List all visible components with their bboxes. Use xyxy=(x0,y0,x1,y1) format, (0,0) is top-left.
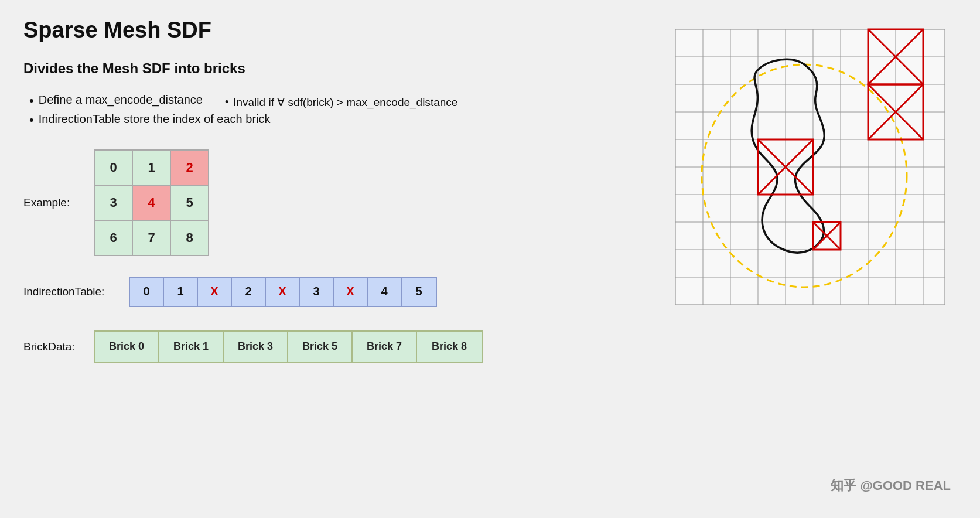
indirection-cell: X xyxy=(334,278,368,306)
left-section: Sparse Mesh SDF Divides the Mesh SDF int… xyxy=(23,18,652,500)
grid-cell: 8 xyxy=(170,220,209,255)
grid-cell: 2 xyxy=(170,150,209,185)
grid-cell: 3 xyxy=(94,185,132,220)
sub-bullet-1: Invalid if ∀ sdf(brick) > max_encode_dis… xyxy=(225,96,457,109)
subtitle: Divides the Mesh SDF into bricks xyxy=(23,60,652,77)
indirection-cell: 0 xyxy=(130,278,164,306)
main-title: Sparse Mesh SDF xyxy=(23,18,652,43)
indirection-cell: 1 xyxy=(164,278,198,306)
sub-list-1: Invalid if ∀ sdf(brick) > max_encode_dis… xyxy=(225,96,457,109)
brickdata-cell: Brick 8 xyxy=(417,332,482,362)
indirection-cell: 4 xyxy=(368,278,402,306)
brickdata-cell: Brick 1 xyxy=(159,332,224,362)
grid-cell: 6 xyxy=(94,220,132,255)
indirection-cell: X xyxy=(198,278,232,306)
brickdata-label: BrickData: xyxy=(23,340,82,353)
brickdata-area: BrickData: Brick 0Brick 1Brick 3Brick 5B… xyxy=(23,330,652,363)
example-label: Example: xyxy=(23,196,76,209)
indirection-cells: 01X2X3X45 xyxy=(129,277,437,307)
indirection-area: IndirectionTable: 01X2X3X45 xyxy=(23,277,652,307)
bullet-text-2: IndirectionTable store the index of each… xyxy=(39,113,271,126)
grid-diagram xyxy=(670,23,957,316)
indirection-label: IndirectionTable: xyxy=(23,285,117,298)
bullet-item-1: Define a max_encode_distance Invalid if … xyxy=(29,93,652,109)
attribution: 知乎 @GOOD REAL xyxy=(831,477,951,495)
grid-cell: 7 xyxy=(132,220,170,255)
indirection-cell: 3 xyxy=(300,278,334,306)
indirection-cell: 2 xyxy=(232,278,266,306)
grid-cell: 0 xyxy=(94,150,132,185)
grid-cell: 5 xyxy=(170,185,209,220)
indirection-cell: X xyxy=(266,278,300,306)
page-container: Sparse Mesh SDF Divides the Mesh SDF int… xyxy=(0,0,980,518)
indirection-cell: 5 xyxy=(402,278,436,306)
diagram-container xyxy=(670,23,957,316)
bullet-list: Define a max_encode_distance Invalid if … xyxy=(29,93,652,132)
example-area: Example: 012345678 xyxy=(23,149,652,256)
bullet-item-2: IndirectionTable store the index of each… xyxy=(29,113,652,128)
example-grid: 012345678 xyxy=(94,149,209,256)
brickdata-cell: Brick 3 xyxy=(224,332,288,362)
brickdata-cell: Brick 0 xyxy=(95,332,159,362)
bullet-text-1: Define a max_encode_distance xyxy=(39,93,203,107)
grid-cell: 1 xyxy=(132,150,170,185)
right-section: 知乎 @GOOD REAL xyxy=(652,18,957,500)
brickdata-cells: Brick 0Brick 1Brick 3Brick 5Brick 7Brick… xyxy=(94,330,483,363)
brickdata-cell: Brick 5 xyxy=(288,332,353,362)
sub-bullet-text-1: Invalid if ∀ sdf(brick) > max_encode_dis… xyxy=(233,96,457,109)
grid-cell: 4 xyxy=(132,185,170,220)
brickdata-cell: Brick 7 xyxy=(353,332,417,362)
